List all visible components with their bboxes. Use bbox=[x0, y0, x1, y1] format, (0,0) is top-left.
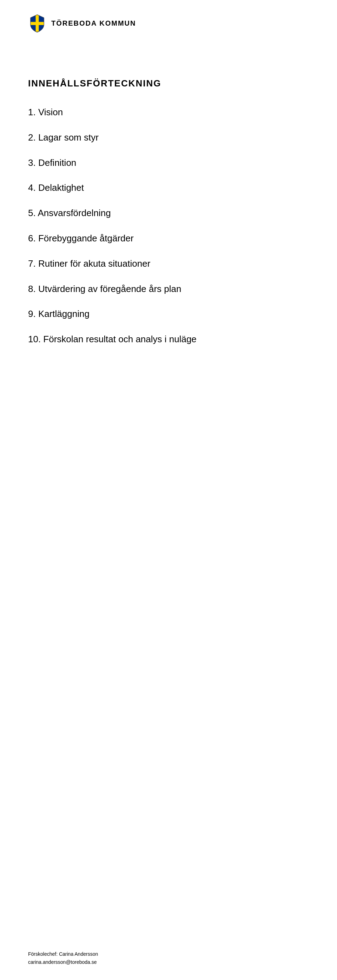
footer-line1: Förskolechef: Carina Andersson bbox=[28, 950, 98, 958]
toc-item-2: 2. Lagar som styr bbox=[28, 132, 309, 144]
header: TÖREBODA KOMMUN bbox=[28, 14, 309, 36]
toc-item-4: 4. Delaktighet bbox=[28, 182, 309, 194]
toc-item-10: 10. Förskolan resultat och analys i nulä… bbox=[28, 334, 309, 345]
toc-title: INNEHÅLLSFÖRTECKNING bbox=[28, 78, 309, 89]
toc-section: INNEHÅLLSFÖRTECKNING 1. Vision 2. Lagar … bbox=[28, 78, 309, 345]
svg-rect-3 bbox=[36, 15, 39, 31]
toc-item-3: 3. Definition bbox=[28, 157, 309, 169]
toc-item-8: 8. Utvärdering av föregående års plan bbox=[28, 283, 309, 295]
toc-item-9: 9. Kartläggning bbox=[28, 308, 309, 320]
logo-shield-icon bbox=[28, 14, 46, 32]
logo-text: TÖREBODA KOMMUN bbox=[51, 19, 136, 27]
toc-item-1: 1. Vision bbox=[28, 107, 309, 118]
toc-item-5: 5. Ansvarsfördelning bbox=[28, 207, 309, 219]
footer: Förskolechef: Carina Andersson carina.an… bbox=[28, 950, 98, 966]
toc-item-7: 7. Rutiner för akuta situationer bbox=[28, 258, 309, 270]
toc-item-6: 6. Förebyggande åtgärder bbox=[28, 232, 309, 245]
page: TÖREBODA KOMMUN INNEHÅLLSFÖRTECKNING 1. … bbox=[0, 0, 337, 980]
logo-container: TÖREBODA KOMMUN bbox=[28, 14, 136, 32]
footer-line2: carina.andersson@toreboda.se bbox=[28, 958, 98, 966]
